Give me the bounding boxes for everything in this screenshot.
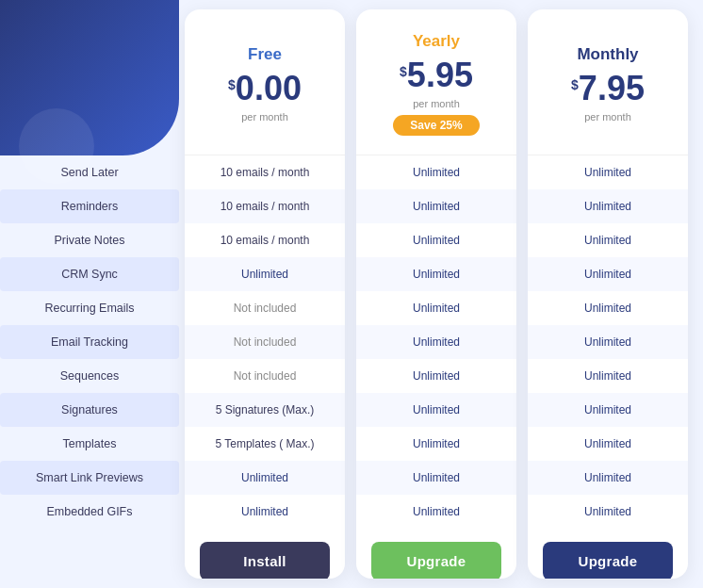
plan-row-yearly-1: Unlimited xyxy=(356,189,516,223)
feature-label: Smart Link Previews xyxy=(0,461,179,495)
plan-row-monthly-1: Unlimited xyxy=(528,189,688,223)
plan-row-monthly-4: Unlimited xyxy=(528,291,688,325)
plan-row-monthly-2: Unlimited xyxy=(528,223,688,257)
plan-header-yearly: Yearly$5.95per monthSave 25% xyxy=(356,9,516,155)
plan-row-yearly-9: Unlimited xyxy=(356,461,516,495)
plan-row-yearly-2: Unlimited xyxy=(356,223,516,257)
price-amount-free: 0.00 xyxy=(236,72,302,106)
plan-row-free-3: Unlimited xyxy=(185,257,345,291)
plan-row-yearly-4: Unlimited xyxy=(356,291,516,325)
feature-label: CRM Sync xyxy=(0,257,179,291)
plan-footer-yearly: Upgrade xyxy=(356,529,516,579)
feature-label: Email Tracking xyxy=(0,325,179,359)
plan-btn-monthly[interactable]: Upgrade xyxy=(543,542,673,579)
plan-rows-monthly: UnlimitedUnlimitedUnlimitedUnlimitedUnli… xyxy=(528,155,688,529)
feature-label: Templates xyxy=(0,427,179,461)
features-column: Send LaterRemindersPrivate NotesCRM Sync… xyxy=(0,0,179,588)
price-amount-yearly: 5.95 xyxy=(407,58,473,92)
plan-name-monthly: Monthly xyxy=(577,45,638,64)
feature-label: Recurring Emails xyxy=(0,291,179,325)
plan-row-monthly-8: Unlimited xyxy=(528,427,688,461)
plan-row-free-10: Unlimited xyxy=(185,495,345,529)
plan-card-monthly: Monthly$7.95per monthUnlimitedUnlimitedU… xyxy=(528,9,688,579)
price-per-month-free: per month xyxy=(241,111,288,122)
plan-row-free-4: Not included xyxy=(185,291,345,325)
plan-btn-free[interactable]: Install xyxy=(200,542,330,579)
plan-row-free-7: 5 Signatures (Max.) xyxy=(185,393,345,427)
price-dollar-yearly: $ xyxy=(400,64,407,79)
plan-row-monthly-10: Unlimited xyxy=(528,495,688,529)
plan-row-yearly-3: Unlimited xyxy=(356,257,516,291)
plan-row-free-5: Not included xyxy=(185,325,345,359)
plan-price-container-free: $0.00 xyxy=(228,72,302,106)
plan-row-monthly-9: Unlimited xyxy=(528,461,688,495)
save-badge-yearly: Save 25% xyxy=(393,115,479,136)
pricing-columns: Free$0.00per month10 emails / month10 em… xyxy=(179,0,703,588)
plan-row-monthly-3: Unlimited xyxy=(528,257,688,291)
price-amount-monthly: 7.95 xyxy=(579,72,645,106)
price-dollar-monthly: $ xyxy=(571,77,579,92)
plan-row-yearly-10: Unlimited xyxy=(356,495,516,529)
plan-row-monthly-6: Unlimited xyxy=(528,359,688,393)
plan-rows-free: 10 emails / month10 emails / month10 ema… xyxy=(185,155,345,529)
feature-label: Embedded GIFs xyxy=(0,495,179,529)
plan-price-container-yearly: $5.95 xyxy=(400,58,473,92)
page-wrapper: Send LaterRemindersPrivate NotesCRM Sync… xyxy=(0,0,703,588)
feature-label: Private Notes xyxy=(0,223,179,257)
plan-row-free-0: 10 emails / month xyxy=(185,155,345,189)
plan-header-free: Free$0.00per month xyxy=(185,9,345,155)
plan-row-free-2: 10 emails / month xyxy=(185,223,345,257)
plan-row-free-8: 5 Templates ( Max.) xyxy=(185,427,345,461)
plan-rows-yearly: UnlimitedUnlimitedUnlimitedUnlimitedUnli… xyxy=(356,155,516,529)
price-per-month-yearly: per month xyxy=(413,98,460,109)
plan-footer-free: Install xyxy=(185,529,345,579)
plan-row-monthly-7: Unlimited xyxy=(528,393,688,427)
plan-row-yearly-6: Unlimited xyxy=(356,359,516,393)
plan-row-monthly-0: Unlimited xyxy=(528,155,688,189)
feature-label: Reminders xyxy=(0,189,179,223)
plan-card-free: Free$0.00per month10 emails / month10 em… xyxy=(185,9,345,579)
plan-row-yearly-7: Unlimited xyxy=(356,393,516,427)
plan-row-yearly-8: Unlimited xyxy=(356,427,516,461)
feature-label: Send Later xyxy=(0,155,179,189)
plan-row-free-1: 10 emails / month xyxy=(185,189,345,223)
price-dollar-free: $ xyxy=(228,77,236,92)
plan-footer-monthly: Upgrade xyxy=(528,529,688,579)
plan-header-monthly: Monthly$7.95per month xyxy=(528,9,688,155)
plan-row-yearly-0: Unlimited xyxy=(356,155,516,189)
feature-label: Signatures xyxy=(0,393,179,427)
plan-row-yearly-5: Unlimited xyxy=(356,325,516,359)
plan-price-container-monthly: $7.95 xyxy=(571,72,645,106)
feature-label: Sequences xyxy=(0,359,179,393)
plan-row-free-6: Not included xyxy=(185,359,345,393)
plan-name-free: Free xyxy=(248,45,282,64)
plan-row-monthly-5: Unlimited xyxy=(528,325,688,359)
plan-name-yearly: Yearly xyxy=(413,32,460,51)
plan-btn-yearly[interactable]: Upgrade xyxy=(371,542,501,579)
plan-card-yearly: Yearly$5.95per monthSave 25%UnlimitedUnl… xyxy=(356,9,516,579)
price-per-month-monthly: per month xyxy=(584,111,631,122)
plan-row-free-9: Unlimited xyxy=(185,461,345,495)
